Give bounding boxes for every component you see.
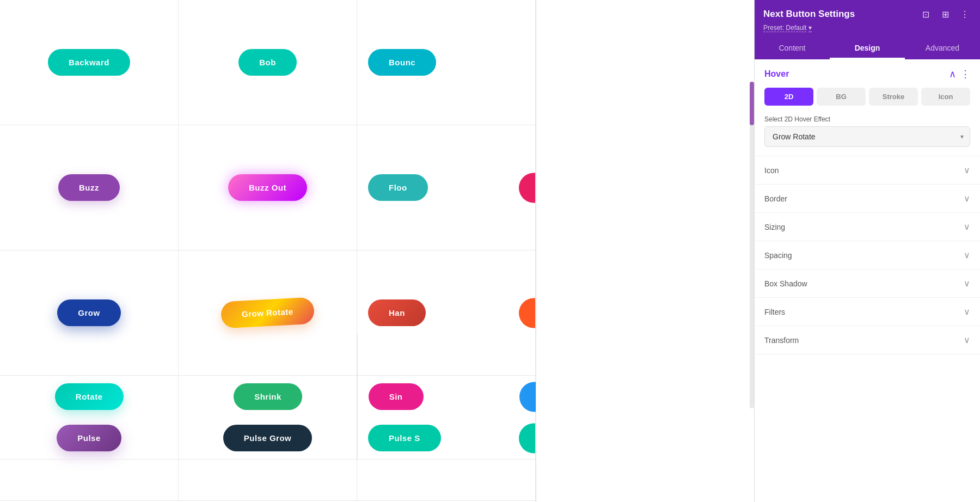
preset-label[interactable]: Preset: Default — [763, 24, 806, 32]
backward-button[interactable]: Backward — [48, 49, 130, 76]
hover-title: Hover — [764, 69, 789, 79]
rotate-button[interactable]: Rotate — [55, 383, 124, 410]
tab-advanced[interactable]: Advanced — [905, 38, 980, 59]
tab-design[interactable]: Design — [830, 38, 905, 59]
box-shadow-section-chevron: ∨ — [964, 278, 970, 289]
box-shadow-section-label: Box Shadow — [764, 279, 807, 288]
panel-title: Next Button Settings — [763, 9, 855, 20]
panel-body: Hover ∧ ⋮ 2D BG Stroke Icon Select 2D Ho… — [755, 59, 980, 502]
right-panel: Next Button Settings ⊡ ⊞ ⋮ Preset: Defau… — [754, 0, 980, 502]
icon-section-label: Icon — [764, 166, 779, 175]
canvas-cell-2-1: Buzz — [0, 125, 179, 250]
flood-button[interactable]: Floo — [368, 174, 428, 201]
hover-subtabs: 2D BG Stroke Icon — [764, 88, 970, 106]
sizing-section[interactable]: Sizing ∨ — [755, 213, 980, 241]
hover-menu[interactable]: ⋮ — [960, 68, 970, 80]
panel-tabs: Content Design Advanced — [755, 38, 980, 59]
sink-button[interactable]: Sin — [369, 383, 424, 410]
icon-section[interactable]: Icon ∨ — [755, 156, 980, 185]
spacing-section-label: Spacing — [764, 251, 792, 260]
more-icon[interactable]: ⋮ — [958, 8, 971, 21]
panel-header: Next Button Settings ⊡ ⊞ ⋮ Preset: Defau… — [755, 0, 980, 38]
bob-button[interactable]: Bob — [238, 49, 297, 76]
hover-subtab-2d[interactable]: 2D — [764, 88, 813, 106]
filters-section-label: Filters — [764, 308, 785, 316]
panel-scrollbar-thumb — [750, 82, 754, 125]
preset-arrow[interactable]: ▾ — [808, 24, 812, 32]
tab-content[interactable]: Content — [755, 38, 830, 59]
hover-subtab-bg[interactable]: BG — [817, 88, 866, 106]
border-section-chevron: ∨ — [964, 193, 970, 204]
border-section[interactable]: Border ∨ — [755, 185, 980, 213]
screenshot-icon[interactable]: ⊡ — [919, 8, 932, 21]
hover-effect-select[interactable]: Grow Rotate None Grow Shrink Pulse Bounc… — [764, 126, 970, 147]
canvas-cell-1-1: Backward — [0, 0, 179, 125]
filters-section[interactable]: Filters ∨ — [755, 298, 980, 326]
box-shadow-section[interactable]: Box Shadow ∨ — [755, 270, 980, 298]
hover-collapse-arrow[interactable]: ∧ — [949, 68, 956, 80]
sizing-section-chevron: ∨ — [964, 222, 970, 232]
spacing-section[interactable]: Spacing ∨ — [755, 241, 980, 270]
canvas-cell-1-2: Bob — [179, 0, 357, 125]
buzz-out-button[interactable]: Buzz Out — [228, 174, 307, 201]
transform-section-chevron: ∨ — [964, 335, 970, 345]
spacing-section-chevron: ∨ — [964, 250, 970, 260]
canvas-cell-2-2: Buzz Out — [179, 125, 357, 250]
sizing-section-label: Sizing — [764, 223, 785, 231]
border-section-label: Border — [764, 194, 787, 203]
bounce-button[interactable]: Bounc — [368, 49, 436, 76]
filters-section-chevron: ∨ — [964, 307, 970, 317]
grow-rotate-button[interactable]: Grow Rotate — [220, 297, 315, 329]
select-label: Select 2D Hover Effect — [764, 115, 970, 123]
hang-button[interactable]: Han — [368, 299, 426, 326]
panel-preset: Preset: Default ▾ — [763, 24, 971, 32]
transform-section-label: Transform — [764, 336, 799, 345]
hover-section: Hover ∧ ⋮ 2D BG Stroke Icon Select 2D Ho… — [755, 59, 980, 156]
hover-subtab-stroke[interactable]: Stroke — [869, 88, 918, 106]
canvas-cell-2-3: Floo — [357, 125, 536, 250]
panel-header-icons: ⊡ ⊞ ⋮ — [919, 8, 971, 21]
select-wrapper: Grow Rotate None Grow Shrink Pulse Bounc… — [764, 126, 970, 147]
panel-scrollbar[interactable] — [750, 82, 754, 408]
hover-subtab-icon[interactable]: Icon — [921, 88, 970, 106]
shrink-button[interactable]: Shrink — [234, 383, 302, 410]
buzz-button[interactable]: Buzz — [58, 174, 120, 201]
grow-button[interactable]: Grow — [57, 299, 120, 326]
layout-icon[interactable]: ⊞ — [939, 8, 952, 21]
transform-section[interactable]: Transform ∨ — [755, 326, 980, 354]
canvas-cell-1-3: Bounc — [357, 0, 536, 125]
icon-section-chevron: ∨ — [964, 165, 970, 175]
